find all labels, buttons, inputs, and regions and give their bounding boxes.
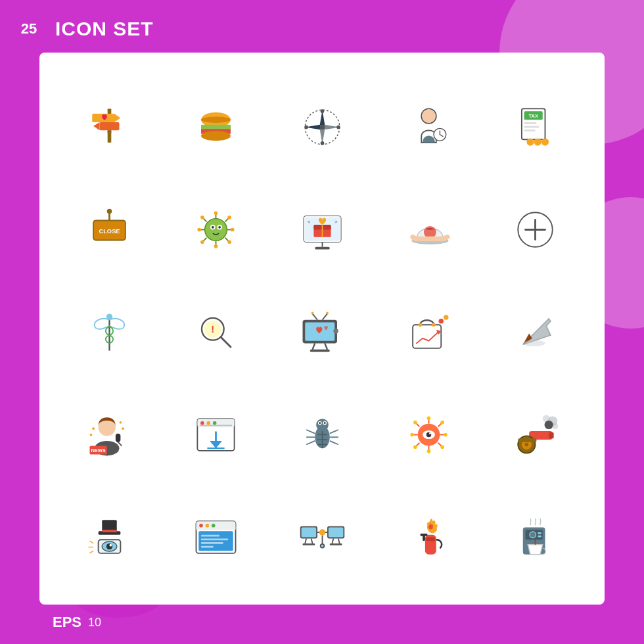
svg-point-19 — [320, 141, 324, 145]
header-title: ICON SET — [55, 18, 154, 40]
icon-tax-document: TAX — [485, 79, 585, 175]
icon-person-time — [379, 79, 478, 175]
svg-line-129 — [329, 430, 338, 434]
footer-version-label: 10 — [88, 616, 101, 630]
svg-point-32 — [526, 138, 534, 145]
svg-point-79 — [106, 313, 112, 319]
svg-point-20 — [304, 125, 308, 129]
svg-rect-88 — [310, 349, 329, 352]
svg-point-92 — [326, 311, 329, 314]
svg-point-115 — [206, 421, 210, 425]
svg-rect-193 — [328, 527, 343, 537]
svg-point-147 — [440, 445, 444, 449]
svg-point-170 — [106, 543, 112, 549]
main-card: TAX CLOSE — [39, 53, 605, 605]
svg-point-107 — [119, 421, 122, 423]
svg-marker-3 — [114, 113, 120, 122]
svg-point-145 — [444, 432, 448, 436]
svg-rect-172 — [102, 530, 117, 532]
header-badge: 25 — [12, 12, 46, 46]
svg-rect-160 — [549, 432, 554, 438]
svg-marker-5 — [93, 122, 99, 130]
svg-point-97 — [432, 323, 436, 327]
icon-coffee-machine — [485, 489, 585, 585]
svg-rect-186 — [201, 545, 214, 547]
svg-point-199 — [319, 529, 325, 535]
icon-virus-eye — [379, 386, 478, 482]
icons-grid: TAX CLOSE — [59, 79, 585, 585]
svg-text:<: < — [308, 219, 311, 225]
icon-fire-extinguisher — [379, 489, 478, 585]
svg-rect-106 — [115, 433, 120, 442]
icon-close-sign: CLOSE — [59, 181, 159, 277]
svg-rect-185 — [201, 542, 223, 544]
svg-point-45 — [218, 225, 221, 228]
svg-point-125 — [323, 422, 325, 424]
svg-point-44 — [211, 225, 214, 228]
svg-line-131 — [329, 440, 338, 444]
svg-point-139 — [428, 432, 430, 434]
svg-rect-66 — [315, 246, 330, 249]
svg-point-124 — [319, 422, 321, 424]
svg-line-189 — [305, 538, 306, 543]
footer: EPS 10 — [53, 614, 101, 631]
svg-point-61 — [200, 215, 204, 219]
svg-point-59 — [197, 227, 201, 231]
svg-point-49 — [227, 215, 231, 219]
svg-rect-30 — [524, 126, 539, 127]
svg-point-121 — [316, 419, 329, 431]
icon-signpost — [59, 79, 159, 175]
svg-rect-204 — [426, 537, 434, 541]
svg-point-181 — [211, 523, 215, 527]
icon-browser-download — [166, 386, 265, 482]
svg-rect-178 — [196, 527, 235, 530]
svg-point-153 — [410, 432, 414, 436]
svg-rect-183 — [201, 534, 219, 536]
svg-point-39 — [106, 208, 112, 214]
svg-line-87 — [325, 343, 327, 349]
svg-line-126 — [306, 430, 315, 434]
svg-rect-196 — [329, 543, 342, 545]
icon-caduceus — [59, 284, 159, 380]
svg-point-108 — [122, 427, 124, 430]
icon-food-tray — [379, 181, 478, 277]
svg-rect-212 — [538, 535, 541, 537]
svg-rect-94 — [413, 325, 441, 348]
svg-point-34 — [541, 138, 548, 145]
svg-rect-74 — [411, 235, 419, 241]
svg-line-195 — [338, 538, 339, 543]
icon-compass-star — [272, 79, 372, 175]
svg-point-149 — [426, 449, 430, 453]
svg-rect-191 — [302, 543, 315, 545]
svg-point-93 — [333, 328, 338, 333]
icon-shopping-chart — [379, 284, 478, 380]
svg-point-96 — [418, 323, 422, 327]
icon-knife — [485, 284, 585, 380]
svg-rect-4 — [99, 122, 119, 130]
svg-point-100 — [522, 340, 545, 346]
icon-virus — [166, 181, 265, 277]
svg-point-171 — [109, 543, 112, 546]
svg-line-173 — [89, 541, 93, 543]
svg-point-155 — [413, 420, 417, 424]
svg-point-99 — [444, 315, 449, 320]
svg-point-22 — [422, 109, 436, 123]
svg-point-17 — [320, 109, 324, 113]
svg-line-90 — [322, 313, 327, 319]
svg-point-141 — [426, 416, 430, 420]
svg-rect-164 — [518, 438, 536, 442]
svg-text:!: ! — [211, 323, 214, 334]
svg-point-114 — [200, 421, 204, 425]
svg-point-116 — [212, 421, 216, 425]
svg-line-190 — [311, 538, 312, 543]
svg-rect-29 — [524, 122, 536, 124]
svg-text:NEWS: NEWS — [91, 447, 106, 453]
svg-point-53 — [227, 240, 231, 244]
svg-line-89 — [312, 313, 317, 319]
icon-search-alert: ! — [166, 284, 265, 380]
icon-eye-hat — [59, 489, 159, 585]
svg-rect-113 — [200, 425, 232, 426]
svg-point-143 — [440, 420, 444, 424]
icon-news-reporter: NEWS — [59, 386, 159, 482]
header: 25 ICON SET — [12, 12, 154, 46]
